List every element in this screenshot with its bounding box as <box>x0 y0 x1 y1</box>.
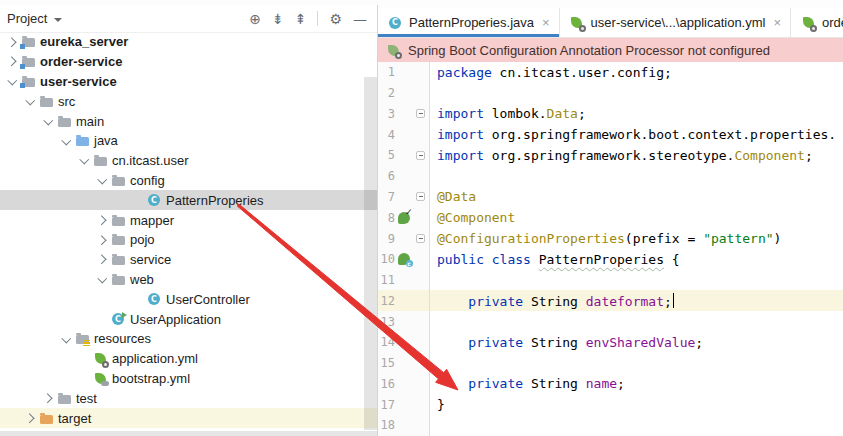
tree-item-main[interactable]: main <box>0 111 377 131</box>
chevron-collapsed-icon[interactable] <box>96 255 105 264</box>
gutter-divider <box>429 62 430 436</box>
code-text: @Component <box>437 210 515 225</box>
gutter-icon-slot <box>395 207 412 228</box>
tree-item-service[interactable]: service <box>0 250 377 270</box>
fold-marker-icon[interactable] <box>416 109 425 118</box>
hide-panel-icon[interactable]: — <box>353 12 367 26</box>
chevron-collapsed-icon[interactable] <box>6 37 15 46</box>
tree-item-web[interactable]: web <box>0 270 377 290</box>
fold-marker-icon[interactable] <box>416 151 425 160</box>
code-line-16[interactable]: 16 private String name; <box>378 373 843 394</box>
tree-item-src[interactable]: src <box>0 91 377 111</box>
fold-marker-icon[interactable] <box>416 192 425 201</box>
chevron-collapsed-icon[interactable] <box>6 57 15 66</box>
package-folder-icon <box>110 232 126 248</box>
gutter-icon-slot <box>395 83 412 104</box>
tree-item-application-yml[interactable]: application.yml <box>0 349 377 369</box>
code-line-9[interactable]: 9@ConfigurationProperties(prefix = "patt… <box>378 228 843 249</box>
code-line-13[interactable]: 13 <box>378 311 843 332</box>
code-line-17[interactable]: 17} <box>378 394 843 415</box>
tree-item-mapper[interactable]: mapper <box>0 210 377 230</box>
tree-item-label: pojo <box>130 232 155 247</box>
collapse-all-icon[interactable]: ⇞ <box>295 12 307 26</box>
tree-item-patternproperies[interactable]: PatternProperies <box>0 190 377 210</box>
chevron-expanded-icon[interactable] <box>61 135 70 144</box>
tree-item-order-service[interactable]: order-service <box>0 52 377 72</box>
tree-item-config[interactable]: config <box>0 171 377 191</box>
project-toolbar: ⊕⇟⇞⚙— <box>249 11 367 26</box>
project-panel-title[interactable]: Project <box>7 11 47 26</box>
tree-item-label: main <box>76 114 104 129</box>
module-folder-icon <box>20 73 36 89</box>
chevron-slot <box>76 153 92 169</box>
code-line-6[interactable]: 6 <box>378 166 843 187</box>
code-text: private String name; <box>437 376 625 391</box>
close-icon[interactable]: × <box>773 16 781 29</box>
chevron-collapsed-icon[interactable] <box>96 215 105 224</box>
project-tree-scrollbar[interactable] <box>364 77 377 430</box>
tree-item-cn-itcast-user[interactable]: cn.itcast.user <box>0 151 377 171</box>
spring-bean-class-gutter-icon[interactable] <box>398 253 410 265</box>
tree-item-user-service[interactable]: user-service <box>0 72 377 92</box>
code-line-7[interactable]: 7@Data <box>378 187 843 208</box>
tree-item-userapplication[interactable]: UserApplication <box>0 309 377 329</box>
chevron-slot <box>4 54 20 70</box>
code-line-4[interactable]: 4import org.springframework.boot.context… <box>378 124 843 145</box>
spring-bean-gutter-icon[interactable] <box>398 212 410 224</box>
chevron-expanded-icon[interactable] <box>97 274 106 283</box>
chevron-expanded-icon[interactable] <box>61 333 70 342</box>
code-line-5[interactable]: 5import org.springframework.stereotype.C… <box>378 145 843 166</box>
line-number: 3 <box>378 107 395 121</box>
tab-order-service[interactable]: order-service <box>791 8 843 37</box>
fold-slot <box>412 207 429 228</box>
chevron-collapsed-icon[interactable] <box>96 235 105 244</box>
tree-item-eureka-server[interactable]: eureka_server <box>0 32 377 52</box>
project-tree-horizontal-scrollbar[interactable] <box>0 431 377 436</box>
line-number: 14 <box>378 335 395 349</box>
tree-item-test[interactable]: test <box>0 388 377 408</box>
code-line-18[interactable]: 18 <box>378 415 843 436</box>
code-line-12[interactable]: 12 private String dateformat; <box>378 290 843 311</box>
tab-label: user-service\...\application.yml <box>591 15 766 30</box>
tree-item-pojo[interactable]: pojo <box>0 230 377 250</box>
tree-item-java[interactable]: java <box>0 131 377 151</box>
editor-panel: PatternProperies.java × user-service\...… <box>378 0 843 436</box>
code-line-11[interactable]: 11 <box>378 270 843 291</box>
tree-item-resources[interactable]: resources <box>0 329 377 349</box>
close-icon[interactable]: × <box>542 16 550 29</box>
chevron-expanded-icon[interactable] <box>97 175 106 184</box>
fold-marker-icon[interactable] <box>416 234 425 243</box>
code-text: public class PatternProperies { <box>437 252 680 267</box>
chevron-collapsed-icon[interactable] <box>42 394 51 403</box>
chevron-down-icon[interactable] <box>54 18 62 22</box>
chevron-slot <box>4 73 20 89</box>
code-line-15[interactable]: 15 <box>378 353 843 374</box>
tab-patternproperies-java[interactable]: PatternProperies.java × <box>378 8 560 37</box>
tree-item-bootstrap-yml[interactable]: bootstrap.yml <box>0 369 377 389</box>
code-text: import org.springframework.stereotype.Co… <box>437 148 813 163</box>
tree-item-label: web <box>130 272 154 287</box>
code-line-10[interactable]: 10public class PatternProperies { <box>378 249 843 270</box>
fold-slot <box>412 166 429 187</box>
gutter-icon-slot <box>395 228 412 249</box>
fold-slot <box>412 373 429 394</box>
chevron-expanded-icon[interactable] <box>25 96 34 105</box>
settings-gear-icon[interactable]: ⚙ <box>329 12 342 26</box>
tree-item-target[interactable]: target <box>0 408 377 428</box>
tree-item-usercontroller[interactable]: UserController <box>0 289 377 309</box>
code-line-1[interactable]: 1package cn.itcast.user.config; <box>378 62 843 83</box>
tab-application-yml[interactable]: user-service\...\application.yml × <box>560 8 791 37</box>
chevron-slot <box>130 291 146 307</box>
chevron-collapsed-icon[interactable] <box>24 413 33 422</box>
tree-item-label: bootstrap.yml <box>112 371 190 386</box>
code-line-3[interactable]: 3import lombok.Data; <box>378 104 843 125</box>
spring-leaf-gear-icon <box>385 42 401 58</box>
code-line-14[interactable]: 14 private String envSharedValue; <box>378 332 843 353</box>
chevron-expanded-icon[interactable] <box>7 76 16 85</box>
code-line-2[interactable]: 2 <box>378 83 843 104</box>
chevron-expanded-icon[interactable] <box>79 155 88 164</box>
code-line-8[interactable]: 8@Component <box>378 207 843 228</box>
locate-file-icon[interactable]: ⊕ <box>249 12 261 26</box>
chevron-expanded-icon[interactable] <box>43 115 52 124</box>
expand-all-icon[interactable]: ⇟ <box>272 12 284 26</box>
